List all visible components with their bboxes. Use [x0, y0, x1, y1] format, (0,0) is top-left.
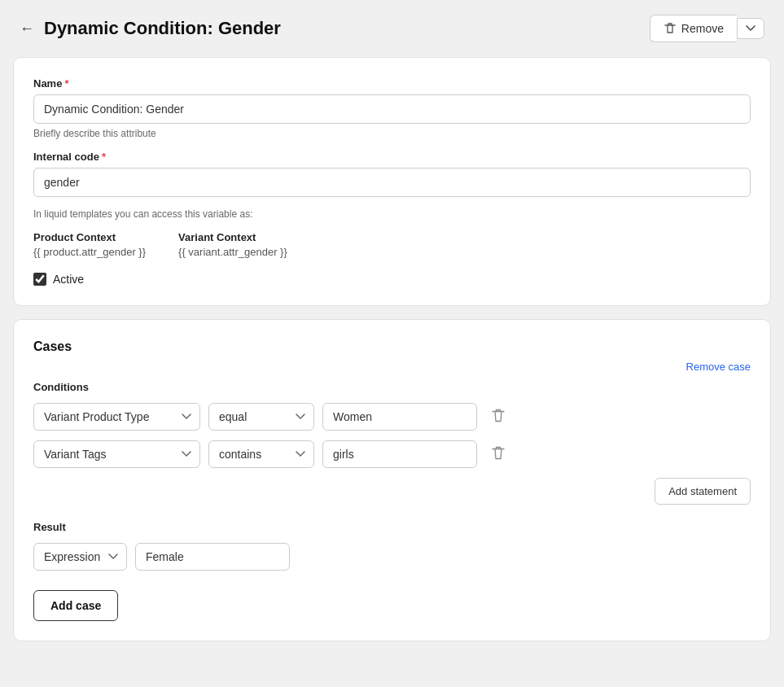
back-button[interactable]: ←	[20, 20, 34, 37]
page-header: ← Dynamic Condition: Gender Remove	[0, 0, 784, 57]
condition-row-2: Variant Product Type Variant Tags Varian…	[33, 440, 751, 468]
active-row: Active	[33, 273, 751, 286]
chevron-down-icon	[746, 25, 756, 32]
result-label: Result	[33, 521, 751, 533]
trash-icon-1	[492, 408, 505, 422]
header-right: Remove	[650, 15, 764, 42]
internal-code-label: Internal code*	[33, 151, 751, 163]
attribute-card: Name* Briefly describe this attribute In…	[13, 57, 771, 306]
remove-button[interactable]: Remove	[650, 15, 737, 42]
product-context-header: Product Context	[33, 231, 146, 243]
add-statement-button[interactable]: Add statement	[655, 478, 751, 505]
dropdown-button[interactable]	[737, 18, 764, 39]
internal-code-required: *	[102, 151, 106, 163]
trash-icon-2	[492, 445, 505, 460]
name-input[interactable]	[33, 94, 751, 124]
product-context-value: {{ product.attr_gender }}	[33, 246, 146, 258]
liquid-hint: In liquid templates you can access this …	[33, 208, 751, 220]
liquid-section: In liquid templates you can access this …	[33, 208, 751, 258]
name-hint: Briefly describe this attribute	[33, 128, 751, 139]
result-row: Expression Value	[33, 543, 751, 571]
internal-code-input[interactable]	[33, 168, 751, 197]
condition-operator-select-1[interactable]: equal not equal contains not contains	[208, 403, 314, 431]
result-type-select[interactable]: Expression Value	[33, 543, 127, 571]
trash-icon	[664, 22, 677, 35]
liquid-row: Product Context {{ product.attr_gender }…	[33, 231, 751, 258]
remove-button-label: Remove	[681, 22, 724, 35]
conditions-label: Conditions	[33, 381, 751, 393]
remove-case-link[interactable]: Remove case	[33, 361, 751, 373]
active-checkbox[interactable]	[33, 273, 46, 286]
page-title: Dynamic Condition: Gender	[44, 18, 281, 39]
header-left: ← Dynamic Condition: Gender	[20, 18, 281, 39]
cases-title: Cases	[33, 339, 751, 354]
delete-condition-1-button[interactable]	[488, 405, 508, 429]
variant-context-header: Variant Context	[178, 231, 287, 243]
condition-operator-select-2[interactable]: equal not equal contains not contains	[208, 440, 314, 468]
active-label: Active	[53, 273, 84, 286]
page-content: Name* Briefly describe this attribute In…	[0, 57, 784, 661]
add-statement-row: Add statement	[33, 478, 751, 505]
cases-card: Cases Remove case Conditions Variant Pro…	[13, 319, 771, 641]
product-context-col: Product Context {{ product.attr_gender }…	[33, 231, 146, 258]
result-value-input[interactable]	[135, 543, 290, 571]
add-case-button[interactable]: Add case	[33, 590, 118, 621]
condition-type-select-2[interactable]: Variant Product Type Variant Tags Varian…	[33, 440, 200, 468]
variant-context-value: {{ variant.attr_gender }}	[178, 246, 287, 258]
condition-type-select-1[interactable]: Variant Product Type Variant Tags Varian…	[33, 403, 200, 431]
delete-condition-2-button[interactable]	[488, 442, 508, 466]
condition-value-input-1[interactable]	[322, 403, 477, 431]
name-required: *	[64, 77, 68, 90]
variant-context-col: Variant Context {{ variant.attr_gender }…	[178, 231, 287, 258]
condition-value-input-2[interactable]	[322, 440, 477, 468]
condition-row-1: Variant Product Type Variant Tags Varian…	[33, 403, 751, 431]
name-label: Name*	[33, 77, 751, 90]
